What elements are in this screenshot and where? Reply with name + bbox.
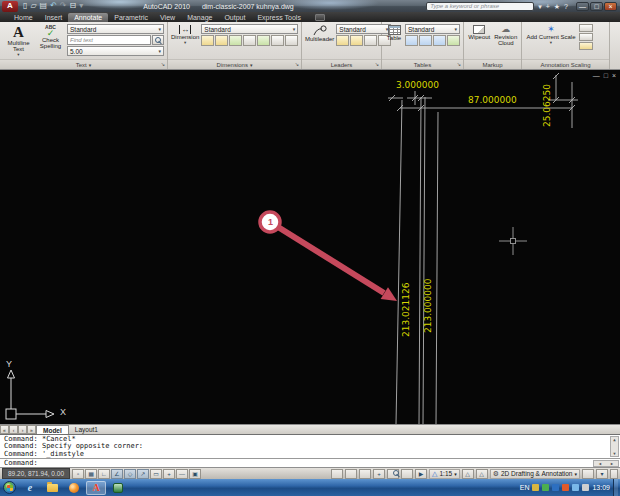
polar-toggle[interactable]: ◇ <box>124 469 136 479</box>
dim-break-icon[interactable] <box>201 35 214 46</box>
command-input-line[interactable]: Command: ◀ ▶ <box>0 458 620 468</box>
tab-nav-last-icon[interactable]: » <box>27 425 36 434</box>
dim-baseline-icon[interactable] <box>243 35 256 46</box>
find-text-input[interactable] <box>67 35 151 45</box>
panel-label-text[interactable]: Text ▾ ↘ <box>0 59 167 69</box>
table-style-combo[interactable]: Standard ▾ <box>405 24 460 34</box>
dialog-launcher-icon[interactable]: ↘ <box>161 61 165 67</box>
scroll-down-icon[interactable]: ▼ <box>611 451 618 456</box>
save-file-icon[interactable]: ▤ <box>40 1 48 11</box>
tray-antivirus-icon[interactable] <box>542 484 549 491</box>
dim-adjust-space-icon[interactable] <box>215 35 228 46</box>
callout-arrow[interactable] <box>260 212 397 301</box>
close-button[interactable]: × <box>604 2 617 11</box>
explorer-button[interactable] <box>42 481 62 495</box>
coordinates-readout[interactable]: 89.20, 871.94, 0.00 <box>2 468 70 479</box>
model-space-icon[interactable] <box>331 469 343 479</box>
internet-explorer-button[interactable]: e <box>20 481 40 495</box>
scroll-right-icon[interactable]: ▶ <box>606 461 618 466</box>
tab-insert[interactable]: Insert <box>39 13 69 22</box>
dim-update-icon[interactable] <box>229 35 242 46</box>
pan-icon[interactable]: + <box>373 469 385 479</box>
otrack-toggle[interactable]: ▭ <box>150 469 162 479</box>
table-upload-icon[interactable] <box>433 35 446 46</box>
help-icon[interactable]: ? <box>564 2 568 11</box>
dim-reassociate-icon[interactable] <box>271 35 284 46</box>
panel-label-tables[interactable]: Tables ↘ <box>382 59 463 69</box>
leader-align-icon[interactable] <box>364 35 377 46</box>
status-menu-icon[interactable]: ▾ <box>596 469 608 479</box>
steering-wheel-icon[interactable] <box>401 469 413 479</box>
osnap-toggle[interactable]: ↗ <box>137 469 149 479</box>
dyn-toggle[interactable]: — <box>176 469 188 479</box>
infocenter-search-input[interactable] <box>426 2 534 11</box>
annotation-autoscale-icon[interactable] <box>579 33 593 41</box>
add-current-scale-button[interactable]: ✶ Add Current Scale ▾ <box>525 24 577 59</box>
dialog-launcher-icon[interactable]: ↘ <box>295 61 299 67</box>
drawing-area[interactable]: 1 3.000000 87.000000 25.06250 213.021126… <box>0 70 620 424</box>
dim-text-213a[interactable]: 213.021126 <box>402 283 411 337</box>
infer-constraints-toggle[interactable]: ▫ <box>72 469 84 479</box>
tab-layout1[interactable]: Layout1 <box>69 425 104 434</box>
drawing-geometry[interactable] <box>0 70 620 424</box>
tab-express-tools[interactable]: Express Tools <box>251 13 306 22</box>
dim-jog-line-icon[interactable] <box>285 35 298 46</box>
tab-nav-prev-icon[interactable]: ‹ <box>9 425 18 434</box>
tab-nav-next-icon[interactable]: › <box>18 425 27 434</box>
dimension-button[interactable]: ↔ Dimension ▾ <box>171 24 199 59</box>
dim-text-3[interactable]: 3.000000 <box>396 81 439 90</box>
command-scrollbar[interactable]: ▲ ▼ <box>610 436 619 457</box>
scroll-left-icon[interactable]: ◀ <box>594 461 606 466</box>
text-style-combo[interactable]: Standard ▾ <box>67 24 164 34</box>
search-dropdown-icon[interactable]: ▾ <box>538 2 542 11</box>
tab-home[interactable]: Home <box>8 13 39 22</box>
qat-dropdown-icon[interactable]: ▾ <box>79 1 83 11</box>
quick-view-drawings-icon[interactable] <box>359 469 371 479</box>
text-height-combo[interactable]: 5.00 ▾ <box>67 46 164 56</box>
revision-cloud-button[interactable]: ☁ Revision Cloud <box>494 24 519 59</box>
wipeout-button[interactable]: Wipeout <box>467 24 492 59</box>
table-button[interactable]: Table <box>385 24 403 59</box>
annotation-sync-icon[interactable] <box>579 42 593 50</box>
multileader-button[interactable]: Multileader <box>305 24 334 59</box>
table-download-icon[interactable] <box>447 35 460 46</box>
dim-inspect-icon[interactable] <box>257 35 270 46</box>
grid-toggle[interactable]: ∟ <box>98 469 110 479</box>
show-motion-icon[interactable]: ▶ <box>415 469 427 479</box>
favorites-star-icon[interactable]: ★ <box>554 2 560 11</box>
autocad-taskbar-button[interactable]: A <box>86 481 106 495</box>
dialog-launcher-icon[interactable]: ↘ <box>457 61 461 67</box>
annotation-visibility-toggle[interactable]: △ <box>462 469 474 479</box>
tab-parametric[interactable]: Parametric <box>108 13 154 22</box>
undo-icon[interactable]: ↶ <box>50 1 57 11</box>
command-hscrollbar[interactable]: ◀ ▶ <box>593 460 619 467</box>
tray-network-icon[interactable] <box>552 484 559 491</box>
tab-nav-first-icon[interactable]: « <box>0 425 9 434</box>
redo-icon[interactable]: ↷ <box>60 1 67 11</box>
zoom-icon[interactable] <box>387 469 399 479</box>
open-file-icon[interactable]: ▱ <box>30 1 36 11</box>
table-extract-data-icon[interactable] <box>405 35 418 46</box>
tray-update-icon[interactable] <box>532 484 539 491</box>
minimize-button[interactable]: — <box>576 2 589 11</box>
clean-screen-button[interactable] <box>610 469 618 479</box>
lwt-toggle[interactable]: ▣ <box>189 469 201 479</box>
drawing-restore-icon[interactable]: □ <box>604 72 608 79</box>
dim-style-combo[interactable]: Standard ▾ <box>201 24 298 34</box>
tray-monitor-icon[interactable] <box>582 484 589 491</box>
taskbar-clock[interactable]: 13:09 <box>592 484 610 491</box>
find-text-button[interactable] <box>152 35 164 45</box>
tab-annotate[interactable]: Annotate <box>68 13 108 22</box>
multiline-text-button[interactable]: A Multiline Text ▾ <box>3 24 34 59</box>
subscription-icon[interactable]: + <box>546 2 550 11</box>
workspace-switcher[interactable]: ⚙ 2D Drafting & Annotation ▾ <box>490 469 580 479</box>
check-spelling-button[interactable]: ABC ✓ Check Spelling <box>36 24 65 59</box>
tab-model[interactable]: Model <box>36 425 69 434</box>
show-desktop-button[interactable] <box>613 479 618 496</box>
tray-volume-icon[interactable] <box>572 484 579 491</box>
annotation-scale-control[interactable]: △ 1:15 ▾ <box>429 469 460 479</box>
ortho-toggle[interactable]: ∠ <box>111 469 123 479</box>
plot-icon[interactable]: ⊟ <box>70 1 77 11</box>
drawing-minimize-icon[interactable]: — <box>593 72 600 79</box>
dialog-launcher-icon[interactable]: ↘ <box>375 61 379 67</box>
